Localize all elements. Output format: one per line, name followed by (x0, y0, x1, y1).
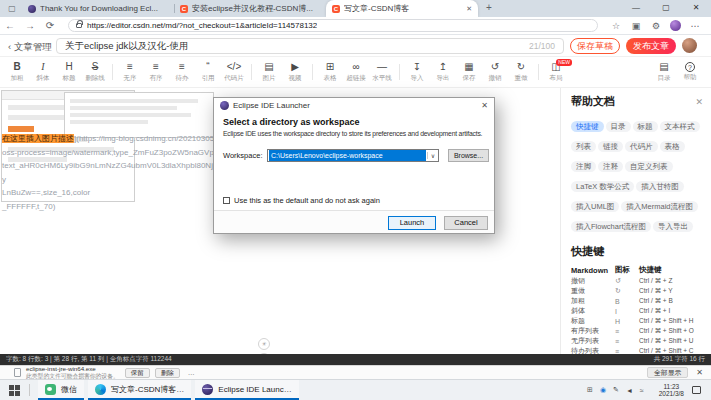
toolbar-待办-button[interactable]: ≡待办 (169, 59, 195, 85)
download-more-icon[interactable]: … (188, 369, 195, 376)
back-icon[interactable]: ← (0, 20, 20, 31)
toolbar-视频-button[interactable]: ▶视频 (282, 59, 308, 85)
address-bar[interactable]: https://editor.csdn.net/md/?not_checkout… (68, 19, 598, 32)
url-text[interactable]: https://editor.csdn.net/md/?not_checkout… (87, 21, 317, 30)
help-tag[interactable]: 自定义列表 (625, 161, 673, 172)
help-tag[interactable]: 插入UML图 (571, 201, 619, 212)
toolbar-表格-button[interactable]: ⊞表格 (317, 59, 343, 85)
browser-tab[interactable]: Thank You for Downloading Ecl... (22, 0, 174, 17)
save-draft-button[interactable]: 保存草稿 (570, 38, 620, 54)
workspace-combobox[interactable]: C:\Users\Lenovo\eclipse-workspace ∨ (267, 149, 439, 162)
forward-icon[interactable]: → (20, 20, 40, 31)
close-icon[interactable]: ✕ (681, 0, 711, 16)
grid-icon[interactable]: ⊞ (587, 386, 593, 394)
toolbar-代码片-button[interactable]: </>代码片 (221, 59, 247, 85)
toolbar-斜体-button[interactable]: I斜体 (30, 59, 56, 85)
toolbar-水平线-button[interactable]: —水平线 (369, 59, 395, 85)
eclipse-logo-icon (220, 101, 229, 110)
toolbar-label: 表格 (324, 74, 337, 83)
new-tab-button[interactable]: + (482, 1, 496, 15)
help-tag[interactable]: 注释 (598, 161, 623, 172)
browser-profile-avatar[interactable] (670, 20, 681, 31)
minimize-icon[interactable]: — (621, 0, 651, 16)
download-item[interactable]: eclipse-inst-jre-win64.exe 此类型的文件可能会损害你的… (26, 366, 119, 379)
volume-icon[interactable]: ◄ (626, 387, 633, 394)
toolbar-标题-button[interactable]: H标题 (56, 59, 82, 85)
browser-tab[interactable]: 写文章-CSDN博客✕ (326, 0, 478, 17)
cancel-button[interactable]: Cancel (444, 216, 488, 230)
chevron-down-icon[interactable]: ∨ (427, 152, 438, 159)
toolbar-超链接-button[interactable]: ∞超链接 (343, 59, 369, 85)
launch-button[interactable]: Launch (388, 216, 436, 230)
taskbar-clock[interactable]: 11:23 2021/3/8 (659, 383, 684, 397)
taskbar-app-eclipse[interactable]: Eclipse IDE Launc… (195, 380, 298, 400)
browse-button[interactable]: Browse... (448, 149, 489, 162)
help-tag[interactable]: 快捷键 (571, 121, 604, 132)
discard-button[interactable]: 删除 (155, 368, 180, 378)
dialog-close-icon[interactable]: ✕ (481, 101, 488, 110)
help-tag[interactable]: 注脚 (571, 161, 596, 172)
collections-icon[interactable]: ▣ (626, 21, 646, 31)
toolbar-删除线-button[interactable]: S删除线 (82, 59, 108, 85)
checkbox[interactable] (223, 197, 230, 204)
user-avatar[interactable] (682, 38, 697, 53)
help-close-icon[interactable]: ✕ (695, 97, 703, 107)
back-to-articles-link[interactable]: ‹ 文章管理 (8, 41, 52, 54)
shortcuts-title: 快捷键 (571, 244, 703, 259)
toolbar-有序-button[interactable]: ≡有序 (143, 59, 169, 85)
toolbar-引用-button[interactable]: “引用 (195, 59, 221, 85)
help-tag[interactable]: 插入Mermaid流程图 (621, 201, 698, 212)
app-circle-icon[interactable]: ◉ (600, 386, 606, 394)
settings-icon[interactable]: ⚙ (646, 21, 666, 31)
help-tag[interactable]: 文本样式 (660, 121, 700, 132)
action-center-icon[interactable] (692, 386, 701, 394)
browser-tab[interactable]: 安装eclipse并汉化教程-CSDN博... (174, 0, 326, 17)
toolbar-无序-button[interactable]: ≡无序 (117, 59, 143, 85)
help-tag[interactable]: 插入Flowchart流程图 (571, 221, 651, 232)
tab-actions-icon[interactable]: ▢ (5, 2, 19, 15)
dialog-titlebar[interactable]: Eclipse IDE Launcher ✕ (214, 98, 494, 112)
favorites-icon[interactable]: ☆ (606, 21, 626, 31)
start-button[interactable] (9, 385, 20, 396)
toolbar-重做-button[interactable]: ↻重做 (508, 59, 534, 85)
toolbar-导出-button[interactable]: ↥导出 (430, 59, 456, 85)
publish-button[interactable]: 发布文章 (626, 38, 676, 54)
article-title-value[interactable]: 关于eclipse jdk以及汉化-使用 (65, 40, 529, 53)
toolbar-布局-button[interactable]: ◫布局NEW (543, 59, 569, 85)
refresh-icon[interactable]: ⟳ (40, 20, 60, 31)
help-tag[interactable]: LaTeX 数学公式 (571, 181, 634, 192)
maximize-icon[interactable]: ▢ (651, 0, 681, 16)
help-tag[interactable]: 链接 (598, 141, 623, 152)
toolbar-导入-button[interactable]: ↧导入 (404, 59, 430, 85)
taskbar-app-edge[interactable]: 写文章-CSDN博客… (88, 380, 191, 400)
toolbar-帮助-button[interactable]: ?帮助 (677, 59, 703, 85)
article-title-input[interactable]: 关于eclipse jdk以及汉化-使用 21/100 (56, 38, 564, 54)
help-tag[interactable]: 插入甘特图 (636, 181, 684, 192)
help-tag[interactable]: 代码片 (625, 141, 658, 152)
eclipse-icon (202, 384, 213, 395)
help-tag[interactable]: 列表 (571, 141, 596, 152)
shortcut-icon: I (615, 308, 639, 315)
workspace-path-value[interactable]: C:\Users\Lenovo\eclipse-workspace (269, 150, 426, 161)
help-tag[interactable]: 目录 (606, 121, 631, 132)
help-tag[interactable]: 导入导出 (653, 221, 693, 232)
shortcut-name: 撤销 (571, 276, 615, 286)
help-tag[interactable]: 表格 (660, 141, 685, 152)
more-icon[interactable]: ⋯ (685, 21, 705, 31)
toolbar-目录-button[interactable]: ▤目录 (651, 59, 677, 85)
shelf-close-icon[interactable]: ✕ (696, 368, 703, 377)
toolbar-图片-button[interactable]: ▤图片 (256, 59, 282, 85)
help-tag[interactable]: 标题 (633, 121, 658, 132)
pen-icon[interactable]: ✎ (613, 386, 619, 394)
无序-icon: ≡ (127, 61, 133, 73)
taskbar-app-wechat[interactable]: 微信 (38, 380, 84, 400)
title-char-counter: 21/100 (529, 41, 555, 51)
keep-button[interactable]: 保留 (125, 368, 150, 378)
skin-icon[interactable]: ☀ (258, 338, 270, 350)
toolbar-保存-button[interactable]: ▦保存 (456, 59, 482, 85)
show-all-downloads-button[interactable]: 全部显示 (647, 367, 688, 378)
network-icon[interactable]: ≈ (640, 387, 644, 394)
toolbar-加粗-button[interactable]: B加粗 (4, 59, 30, 85)
toolbar-撤销-button[interactable]: ↺撤销 (482, 59, 508, 85)
tab-close-icon[interactable]: ✕ (466, 5, 472, 13)
